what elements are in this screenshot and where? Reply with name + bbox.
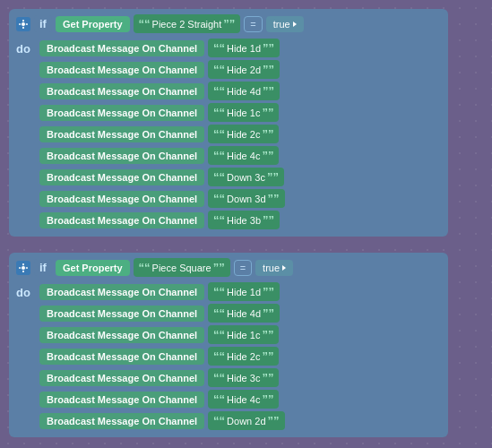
- do-rows: Broadcast Message On Channel““Hide 1d””B…: [39, 39, 285, 229]
- broadcast-button[interactable]: Broadcast Message On Channel: [39, 191, 204, 207]
- broadcast-button[interactable]: Broadcast Message On Channel: [39, 169, 204, 185]
- channel-label: Hide 1d: [227, 287, 261, 297]
- svg-point-0: [22, 22, 25, 26]
- channel-label: Hide 4d: [227, 86, 261, 97]
- channel-label: Hide 4d: [227, 308, 261, 319]
- channel-label: Hide 1d: [227, 43, 261, 54]
- do-row: Broadcast Message On Channel““Hide 3b””: [39, 211, 285, 229]
- svg-rect-1: [22, 20, 24, 22]
- channel-label: Hide 2c: [227, 351, 260, 362]
- get-property-button[interactable]: Get Property: [56, 16, 130, 32]
- do-row: Broadcast Message On Channel““Hide 2c””: [39, 125, 285, 143]
- broadcast-button[interactable]: Broadcast Message On Channel: [39, 370, 204, 386]
- channel-chip: ““Hide 4d””: [208, 82, 280, 100]
- broadcast-button[interactable]: Broadcast Message On Channel: [39, 212, 204, 228]
- broadcast-button[interactable]: Broadcast Message On Channel: [39, 62, 204, 78]
- settings-icon[interactable]: [16, 261, 30, 275]
- close-quote-icon: ””: [263, 306, 274, 320]
- svg-rect-3: [19, 23, 21, 25]
- close-quote-icon: ””: [262, 149, 273, 162]
- do-row: Broadcast Message On Channel““Hide 1c””: [39, 325, 285, 344]
- channel-chip: ““Hide 4d””: [208, 304, 280, 323]
- channel-label: Piece 2 Straight: [152, 19, 222, 30]
- open-quote-icon: ““: [213, 371, 225, 384]
- true-button[interactable]: true: [255, 260, 293, 276]
- channel-chip: ““Hide 1c””: [208, 325, 279, 344]
- channel-label: Piece Square: [152, 263, 211, 273]
- broadcast-button[interactable]: Broadcast Message On Channel: [39, 306, 204, 322]
- broadcast-button[interactable]: Broadcast Message On Channel: [39, 83, 204, 99]
- channel-chip: ““Hide 1d””: [208, 282, 280, 301]
- channel-chip: ““Hide 3c””: [208, 368, 279, 387]
- do-row: Broadcast Message On Channel““Hide 1d””: [39, 39, 285, 57]
- channel-label: Hide 4c: [227, 151, 260, 161]
- close-quote-icon: ””: [263, 63, 274, 76]
- if-row: ifGet Property““Piece 2 Straight””=true: [16, 14, 441, 33]
- if-keyword: if: [34, 259, 52, 276]
- get-property-button[interactable]: Get Property: [56, 260, 130, 276]
- channel-chip: ““Down 3d””: [208, 189, 284, 208]
- channel-chip: ““Hide 1c””: [208, 103, 279, 122]
- close-quote-icon: ””: [223, 17, 235, 30]
- do-row: Broadcast Message On Channel““Hide 4c””: [39, 146, 285, 165]
- broadcast-button[interactable]: Broadcast Message On Channel: [39, 40, 204, 56]
- operator-button[interactable]: =: [244, 16, 262, 32]
- true-label: true: [263, 263, 280, 273]
- close-quote-icon: ””: [262, 349, 273, 363]
- channel-label: Down 3d: [227, 194, 265, 204]
- do-row: Broadcast Message On Channel““Down 2d””: [39, 411, 285, 430]
- open-quote-icon: ““: [213, 349, 225, 363]
- do-row: Broadcast Message On Channel““Hide 2c””: [39, 347, 285, 366]
- broadcast-button[interactable]: Broadcast Message On Channel: [39, 148, 204, 164]
- block-2: ifGet Property““Piece Square””=truedoBro…: [9, 253, 483, 437]
- true-button[interactable]: true: [266, 16, 304, 32]
- channel-label: Hide 3c: [227, 373, 260, 383]
- open-quote-icon: ““: [213, 414, 225, 427]
- broadcast-button[interactable]: Broadcast Message On Channel: [39, 413, 204, 429]
- settings-icon[interactable]: [16, 17, 30, 31]
- open-quote-icon: ““: [213, 149, 225, 162]
- open-quote-icon: ““: [213, 306, 225, 320]
- close-quote-icon: ””: [263, 213, 274, 227]
- channel-chip: ““Down 3c””: [208, 168, 284, 186]
- svg-rect-2: [22, 26, 24, 28]
- do-row: Broadcast Message On Channel““Hide 1c””: [39, 103, 285, 122]
- close-quote-icon: ””: [268, 192, 280, 205]
- open-quote-icon: ““: [213, 106, 225, 119]
- do-row: Broadcast Message On Channel““Hide 1d””: [39, 282, 285, 301]
- broadcast-button[interactable]: Broadcast Message On Channel: [39, 349, 204, 365]
- channel-chip: ““Hide 3b””: [208, 211, 280, 229]
- dropdown-arrow-icon: [293, 22, 297, 27]
- channel-chip: ““Piece Square””: [134, 258, 230, 277]
- close-quote-icon: ””: [262, 328, 273, 341]
- do-section: doBroadcast Message On Channel““Hide 1d”…: [16, 282, 441, 430]
- close-quote-icon: ””: [263, 84, 274, 98]
- channel-label: Down 2d: [227, 416, 265, 426]
- open-quote-icon: ““: [213, 285, 225, 298]
- svg-rect-4: [26, 23, 28, 25]
- do-row: Broadcast Message On Channel““Hide 4d””: [39, 82, 285, 100]
- do-row: Broadcast Message On Channel““Down 3c””: [39, 168, 285, 186]
- broadcast-button[interactable]: Broadcast Message On Channel: [39, 284, 204, 300]
- channel-label: Hide 1c: [227, 108, 260, 118]
- operator-button[interactable]: =: [234, 260, 252, 276]
- broadcast-button[interactable]: Broadcast Message On Channel: [39, 105, 204, 121]
- open-quote-icon: ““: [213, 41, 225, 55]
- close-quote-icon: ””: [213, 261, 225, 274]
- svg-rect-9: [26, 267, 28, 269]
- svg-rect-7: [22, 270, 24, 271]
- broadcast-button[interactable]: Broadcast Message On Channel: [39, 392, 204, 408]
- channel-chip: ““Piece 2 Straight””: [134, 14, 241, 33]
- block-1: ifGet Property““Piece 2 Straight””=trued…: [9, 9, 483, 237]
- do-label: do: [16, 39, 36, 56]
- close-quote-icon: ””: [263, 285, 274, 298]
- broadcast-button[interactable]: Broadcast Message On Channel: [39, 327, 204, 343]
- do-row: Broadcast Message On Channel““Hide 4d””: [39, 304, 285, 323]
- if-block-1: ifGet Property““Piece 2 Straight””=trued…: [9, 9, 448, 237]
- broadcast-button[interactable]: Broadcast Message On Channel: [39, 126, 204, 142]
- channel-label: Hide 2c: [227, 129, 260, 140]
- channel-chip: ““Down 2d””: [208, 411, 284, 430]
- open-quote-icon: ““: [213, 63, 225, 76]
- close-quote-icon: ””: [262, 371, 273, 384]
- channel-label: Down 3c: [227, 172, 265, 183]
